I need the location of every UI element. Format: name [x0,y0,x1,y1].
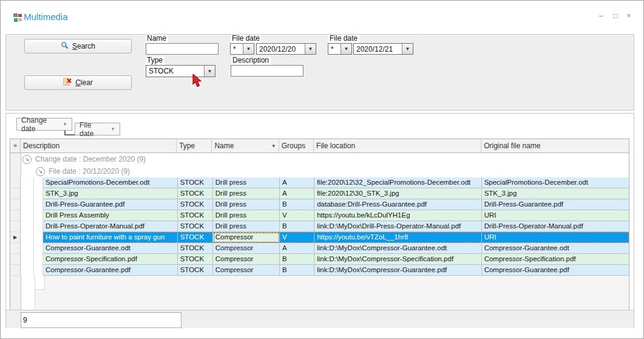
cell-description[interactable]: Drill-Press-Operator-Manual.pdf [43,221,178,232]
maximize-button[interactable]: □ [610,12,621,21]
cell-groups[interactable]: A [280,188,314,199]
cell-description[interactable]: Drill Press Assembly [43,210,178,221]
cell-name[interactable]: Compressor [213,232,280,243]
cell-file-location[interactable]: link:D:\MyDox\Compressor-Specification.p… [314,254,482,265]
type-combo[interactable]: STOCK ▼ [146,65,215,77]
table-row[interactable]: ▶ Compressor-Guarantee.odt STOCK Compres… [10,243,629,254]
column-header-description[interactable]: Description [21,139,177,152]
description-input[interactable] [231,65,303,77]
table-row[interactable]: ▶ How to paint furniture with a spray gu… [10,232,629,243]
cell-type[interactable]: STOCK [178,199,213,210]
cell-original-file-name[interactable]: URI [482,232,629,243]
collapse-group-icon[interactable]: ↘ [36,167,45,176]
file-date-to-operator-value: * [328,45,341,53]
cell-name[interactable]: Drill press [213,199,280,210]
cell-file-location[interactable]: link:D:\MyDox\Compressor-Guarantee.pdf [314,265,482,276]
minimize-button[interactable]: – [595,12,606,21]
cell-file-location[interactable]: database:Drill-Press-Guarantee.pdf [314,199,482,210]
file-date-from-combo[interactable]: 2020/12/20 ▼ [256,43,316,55]
group-row-file-date[interactable]: ↘ File date : 20/12/2020 (9) [10,165,629,177]
table-row[interactable]: ▶ SpecialPromotions-December.odt STOCK D… [10,177,629,188]
cell-groups[interactable]: B [280,199,314,210]
cell-name[interactable]: Drill press [213,188,280,199]
column-header-original-file-name[interactable]: Original file name [481,139,629,152]
cell-description[interactable]: Compressor-Guarantee.odt [43,243,178,254]
column-header-groups[interactable]: Groups [279,139,314,152]
table-row[interactable]: ▶ Compressor-Specification.pdf STOCK Com… [10,254,629,265]
cell-type[interactable]: STOCK [178,177,213,188]
cell-groups[interactable]: A [280,243,314,254]
cell-name[interactable]: Drill press [213,221,280,232]
search-button[interactable]: Search [24,39,132,53]
cell-file-location[interactable]: https://youtu.be/kLcDulYH1Eg [314,210,482,221]
cell-type[interactable]: STOCK [178,221,213,232]
clear-button[interactable]: Clear [24,75,132,90]
cell-original-file-name[interactable]: Drill-Press-Guarantee.pdf [482,199,629,210]
cell-file-location[interactable]: https://youtu.be/vTZoL__1hr8 [314,232,482,243]
cell-file-location[interactable]: file:2020\12\30_STK_3.jpg [314,188,482,199]
collapse-group-icon[interactable]: ↘ [22,155,32,164]
cell-name[interactable]: Compressor [213,243,280,254]
file-date-from-dropdown-icon[interactable]: ▼ [305,44,316,54]
column-header-name[interactable]: Name ▼ [212,139,279,152]
close-button[interactable]: × [623,12,634,21]
cell-type[interactable]: STOCK [178,210,213,221]
cell-groups[interactable]: V [280,210,314,221]
cell-original-file-name[interactable]: SpecialPromotions-December.odt [482,177,629,188]
cell-type[interactable]: STOCK [178,188,213,199]
cell-groups[interactable]: V [280,232,314,243]
cell-original-file-name[interactable]: STK_3.jpg [482,188,629,199]
table-row[interactable]: ▶ STK_3.jpg STOCK Drill press A file:202… [10,188,629,199]
cell-original-file-name[interactable]: Compressor-Specification.pdf [482,254,629,265]
file-date-to-operator-dropdown-icon[interactable]: ▼ [341,44,351,54]
record-count-input[interactable] [21,312,181,328]
name-input[interactable] [146,43,219,55]
row-indent-2 [34,199,43,210]
cell-name[interactable]: Compressor [213,254,280,265]
group-row-change-date[interactable]: ↘ Change date : December 2020 (9) [10,153,629,165]
cell-groups[interactable]: B [280,254,314,265]
cell-description[interactable]: SpecialPromotions-December.odt [43,177,178,188]
column-header-file-location[interactable]: File location [314,139,481,152]
table-row[interactable]: ▶ Compressor-Guarantee.pdf STOCK Compres… [10,265,629,276]
cell-description[interactable]: Compressor-Specification.pdf [43,254,178,265]
cell-description[interactable]: STK_3.jpg [43,188,178,199]
cell-name[interactable]: Drill press [213,210,280,221]
cell-file-location[interactable]: file:2020\12\32_SpecialPromotions-Decemb… [314,177,482,188]
table-row[interactable]: ▶ Drill-Press-Operator-Manual.pdf STOCK … [10,221,629,232]
cell-type[interactable]: STOCK [178,254,213,265]
cell-description[interactable]: How to paint furniture with a spray gun [43,232,178,243]
group-by-file-date[interactable]: File date▼ [75,123,120,135]
file-date-from-operator-dropdown-icon[interactable]: ▼ [243,44,254,54]
column-header-name-label: Name [214,142,234,150]
file-date-to-dropdown-icon[interactable]: ▼ [402,44,413,54]
cell-name[interactable]: Drill press [213,177,280,188]
empty-indent-column-2 [35,276,45,290]
search-button-label: Search [72,42,95,50]
clear-icon [63,78,72,87]
cell-type[interactable]: STOCK [178,232,213,243]
cell-groups[interactable]: B [280,221,314,232]
cell-description[interactable]: Compressor-Guarantee.pdf [43,265,178,276]
group-by-change-date[interactable]: Change date▼ [16,118,72,131]
cell-original-file-name[interactable]: URI [482,210,629,221]
table-row[interactable]: ▶ Drill-Press-Guarantee.pdf STOCK Drill … [10,199,629,210]
cell-groups[interactable]: B [280,265,314,276]
cell-groups[interactable]: A [280,177,314,188]
mouse-cursor [192,74,205,90]
cell-type[interactable]: STOCK [178,243,213,254]
cell-file-location[interactable]: link:D:\MyDox\Compressor-Guarantee.odt [314,243,482,254]
cell-file-location[interactable]: link:D:\MyDox\Drill-Press-Operator-Manua… [314,221,482,232]
cell-original-file-name[interactable]: Drill-Press-Operator-Manual.pdf [482,221,629,232]
cell-name[interactable]: Compressor [213,265,280,276]
cell-original-file-name[interactable]: Compressor-Guarantee.pdf [482,265,629,276]
file-date-to-combo[interactable]: 2020/12/21 ▼ [353,43,413,55]
type-combo-dropdown-icon[interactable]: ▼ [204,66,215,77]
file-date-to-operator-combo[interactable]: * ▼ [328,43,352,55]
cell-original-file-name[interactable]: Compressor-Guarantee.odt [482,243,629,254]
column-header-type[interactable]: Type [177,139,212,152]
table-row[interactable]: ▶ Drill Press Assembly STOCK Drill press… [10,210,629,221]
file-date-from-operator-combo[interactable]: * ▼ [230,43,254,55]
cell-description[interactable]: Drill-Press-Guarantee.pdf [43,199,178,210]
cell-type[interactable]: STOCK [178,265,213,276]
